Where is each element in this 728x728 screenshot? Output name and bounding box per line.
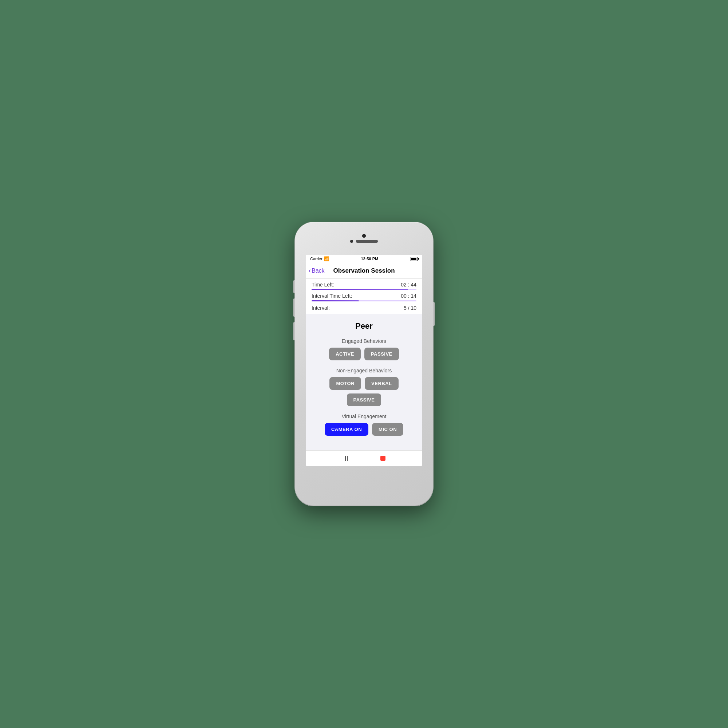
virtual-engagement-label: Virtual Engagement [342,413,387,419]
battery-icon [410,257,418,261]
phone-top [295,222,433,255]
sensor-dot [350,240,353,243]
camera-on-button[interactable]: CAMERA ON [325,423,369,436]
peer-title: Peer [355,321,373,331]
main-content: Time Left: 02 : 44 Interval Time Left: 0… [306,279,422,466]
battery-fill [411,258,416,260]
interval-label: Interval: [312,305,330,311]
nav-title: Observation Session [333,267,395,274]
peer-content: Peer Engaged Behaviors ACTIVE PASSIVE No… [306,314,422,450]
back-chevron-icon: ‹ [309,267,311,274]
interval-time-left-row: Interval Time Left: 00 : 14 [312,293,416,299]
navigation-bar: ‹ Back Observation Session [306,263,422,279]
time-left-progress-bar [312,289,416,290]
back-label: Back [312,268,325,274]
time-left-progress-fill [312,289,408,290]
engaged-behaviors-label: Engaged Behaviors [342,338,386,344]
passive-engaged-button[interactable]: PASSIVE [364,348,399,360]
non-engaged-behaviors-group: Non-Engaged Behaviors MOTOR VERBAL PASSI… [312,368,416,406]
time-left-label: Time Left: [312,282,334,288]
carrier-label: Carrier [310,257,323,261]
timer-section: Time Left: 02 : 44 Interval Time Left: 0… [306,279,422,314]
wifi-icon: 📶 [324,256,329,262]
interval-row: Interval: 5 / 10 [312,304,416,311]
interval-time-left-value: 00 : 14 [401,293,416,299]
time-left-row: Time Left: 02 : 44 [312,282,416,288]
interval-time-left-label: Interval Time Left: [312,293,352,299]
status-bar: Carrier 📶 12:50 PM [306,255,422,263]
interval-value: 5 / 10 [404,305,416,311]
time-left-value: 02 : 44 [401,282,416,288]
volume-down-button[interactable] [294,322,295,340]
interval-time-left-progress-fill [312,300,359,301]
back-button[interactable]: ‹ Back [309,267,325,274]
motor-button[interactable]: MOTOR [329,377,361,390]
mic-on-button[interactable]: MIC ON [372,423,403,436]
record-button[interactable] [380,456,385,461]
earpiece-speaker [356,240,378,243]
front-camera [362,234,366,238]
non-engaged-behaviors-label: Non-Engaged Behaviors [336,368,392,373]
virtual-engagement-group: Virtual Engagement CAMERA ON MIC ON [312,413,416,436]
verbal-button[interactable]: VERBAL [365,377,398,390]
status-time: 12:50 PM [361,257,378,261]
active-button[interactable]: ACTIVE [329,348,361,360]
status-right [410,257,418,261]
phone-screen: Carrier 📶 12:50 PM ‹ Back Observation Se… [306,255,422,466]
virtual-engagement-buttons: CAMERA ON MIC ON [325,423,403,436]
bottom-action-bar: ⏸ [306,450,422,466]
volume-up-button[interactable] [294,298,295,317]
non-engaged-behaviors-buttons: MOTOR VERBAL PASSIVE [312,377,416,406]
pause-button[interactable]: ⏸ [343,454,350,463]
phone-frame: Carrier 📶 12:50 PM ‹ Back Observation Se… [295,222,433,506]
status-left: Carrier 📶 [310,256,329,262]
passive-non-engaged-button[interactable]: PASSIVE [347,393,381,406]
speaker-area [350,240,378,243]
engaged-behaviors-buttons: ACTIVE PASSIVE [329,348,399,360]
engaged-behaviors-group: Engaged Behaviors ACTIVE PASSIVE [312,338,416,360]
power-button[interactable] [433,302,434,326]
interval-time-left-progress-bar [312,300,416,301]
